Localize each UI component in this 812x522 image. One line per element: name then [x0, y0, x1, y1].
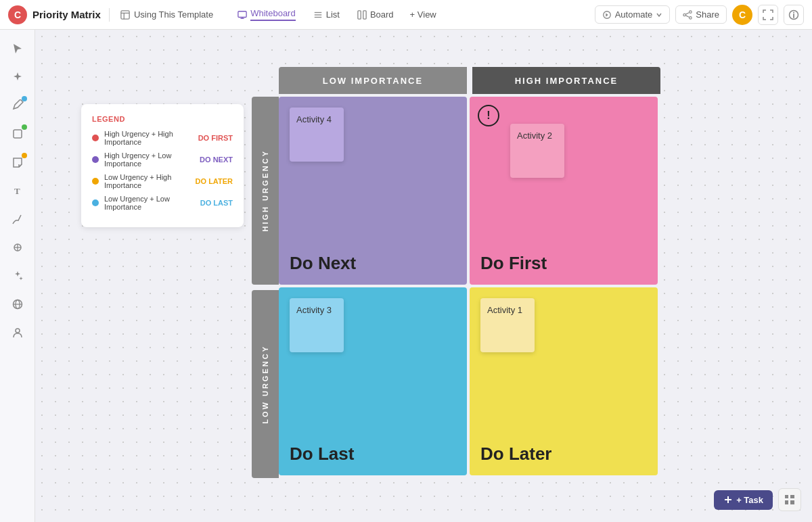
- quadrant-do-last[interactable]: Activity 3 Do Last: [279, 287, 467, 475]
- plus-icon: [723, 495, 733, 504]
- globe-icon: [12, 298, 24, 310]
- sticky-badge: [22, 153, 27, 158]
- share-icon: [683, 10, 692, 20]
- legend-dot-0: [92, 135, 99, 141]
- sticky-icon: [12, 156, 24, 168]
- col-header-low-importance: LOW IMPORTANCE: [279, 67, 467, 94]
- fit-icon: [763, 9, 773, 20]
- svg-point-12: [690, 10, 692, 13]
- row-labels: HIGH URGENCY LOW URGENCY: [252, 97, 279, 478]
- sidebar-ai-tool[interactable]: [5, 65, 30, 89]
- legend-tag-0: DO FIRST: [198, 134, 233, 142]
- legend-card: LEGEND High Urgency + High Importance DO…: [81, 104, 244, 227]
- sidebar-sticky-tool[interactable]: [5, 150, 30, 174]
- svg-rect-33: [785, 495, 788, 498]
- whiteboard-icon: [238, 10, 247, 20]
- matrix-body: HIGH URGENCY LOW URGENCY Activity 4 Do N…: [252, 97, 660, 478]
- nav-whiteboard[interactable]: Whiteboard: [229, 4, 303, 25]
- header-right: Automate Share C: [595, 5, 804, 25]
- quadrant-do-later[interactable]: Activity 1 Do Later: [470, 287, 658, 475]
- bottom-toolbar: + Task: [714, 488, 801, 511]
- do-last-label: Do Last: [290, 444, 354, 465]
- activity-4-sticky[interactable]: Activity 4: [290, 108, 344, 162]
- fit-view-button[interactable]: [758, 5, 778, 25]
- matrix-grid: Activity 4 Do Next ! Activity 2 Do First: [279, 97, 658, 478]
- svg-point-19: [793, 11, 794, 13]
- legend-tag-1: DO NEXT: [200, 156, 233, 164]
- sidebar-globe-tool[interactable]: [5, 292, 30, 316]
- cursor-icon: [12, 43, 24, 55]
- info-button[interactable]: [784, 5, 804, 25]
- add-task-button[interactable]: + Task: [714, 490, 773, 510]
- sidebar-pen-tool[interactable]: [5, 93, 30, 118]
- list-icon: [313, 10, 323, 20]
- template-label: Using This Template: [134, 9, 213, 20]
- grid-icon: [784, 494, 795, 505]
- svg-rect-10: [363, 10, 366, 18]
- main-layout: T LEGEND High Urgency + High Importance …: [0, 30, 812, 522]
- automate-label: Automate: [615, 9, 653, 20]
- svg-rect-9: [358, 10, 361, 18]
- whiteboard-label: Whiteboard: [250, 8, 295, 21]
- svg-rect-0: [121, 10, 129, 18]
- text-icon: T: [12, 185, 24, 197]
- quadrant-do-next[interactable]: Activity 4 Do Next: [279, 97, 467, 285]
- sidebar-connector-tool[interactable]: [5, 235, 30, 260]
- avatar: C: [732, 5, 752, 25]
- legend-item-3: Low Urgency + Low Importance DO LAST: [92, 195, 233, 211]
- legend-tag-2: DO LATER: [196, 177, 233, 185]
- page-title: Priority Matrix: [32, 9, 101, 20]
- sidebar-shape-tool[interactable]: [5, 122, 30, 146]
- nav-board[interactable]: Board: [349, 5, 402, 24]
- header: C Priority Matrix Using This Template Wh…: [0, 0, 812, 30]
- pen-badge: [22, 96, 27, 101]
- info-icon: [788, 9, 799, 20]
- col-gap: [467, 67, 470, 94]
- sidebar-text-tool[interactable]: T: [5, 179, 30, 203]
- activity-3-label: Activity 3: [296, 305, 332, 315]
- priority-matrix: LOW IMPORTANCE HIGH IMPORTANCE HIGH URGE…: [252, 67, 660, 478]
- legend-item-1: High Urgency + Low Importance DO NEXT: [92, 151, 233, 168]
- svg-text:T: T: [14, 186, 20, 196]
- automate-icon: [602, 10, 612, 20]
- canvas[interactable]: LEGEND High Urgency + High Importance DO…: [35, 30, 812, 522]
- automate-button[interactable]: Automate: [595, 5, 671, 24]
- sidebar-person-tool[interactable]: [5, 321, 30, 345]
- share-button[interactable]: Share: [675, 5, 727, 24]
- header-divider: [109, 8, 110, 22]
- col-header-high-importance: HIGH IMPORTANCE: [472, 67, 660, 94]
- legend-label-1: High Urgency + Low Importance: [104, 151, 194, 168]
- row-label-low-urgency: LOW URGENCY: [252, 290, 279, 478]
- legend-title: LEGEND: [92, 115, 233, 123]
- activity-3-sticky[interactable]: Activity 3: [290, 298, 344, 352]
- sidebar-brush-tool[interactable]: [5, 207, 30, 231]
- add-view-button[interactable]: + View: [403, 6, 443, 23]
- activity-2-label: Activity 2: [517, 130, 552, 141]
- do-next-label: Do Next: [290, 253, 356, 274]
- chevron-down-icon: [656, 11, 662, 18]
- activity-1-label: Activity 1: [487, 305, 522, 315]
- svg-line-15: [686, 12, 690, 14]
- svg-point-30: [16, 329, 20, 333]
- activity-4-label: Activity 4: [296, 114, 332, 124]
- activity-2-sticky[interactable]: Activity 2: [510, 124, 564, 178]
- sidebar-magic-tool[interactable]: [5, 264, 30, 288]
- template-icon: [120, 10, 130, 20]
- do-first-label: Do First: [480, 253, 547, 274]
- legend-item-2: Low Urgency + High Importance DO LATER: [92, 173, 233, 189]
- legend-label-3: Low Urgency + Low Importance: [104, 195, 195, 211]
- connector-icon: [12, 241, 24, 254]
- svg-point-14: [690, 16, 692, 19]
- app-logo: C: [8, 5, 27, 24]
- quadrant-do-first[interactable]: ! Activity 2 Do First: [470, 97, 658, 285]
- activity-1-sticky[interactable]: Activity 1: [480, 298, 535, 352]
- matrix-col-headers: LOW IMPORTANCE HIGH IMPORTANCE: [279, 67, 660, 94]
- template-button[interactable]: Using This Template: [115, 7, 219, 22]
- do-later-label: Do Later: [480, 444, 551, 465]
- alert-icon: !: [478, 105, 499, 126]
- nav-list[interactable]: List: [305, 5, 348, 24]
- grid-view-button[interactable]: [778, 488, 801, 511]
- ai-icon: [12, 71, 24, 83]
- sidebar-cursor-tool[interactable]: [5, 37, 30, 61]
- low-urgency-label: LOW URGENCY: [261, 345, 269, 424]
